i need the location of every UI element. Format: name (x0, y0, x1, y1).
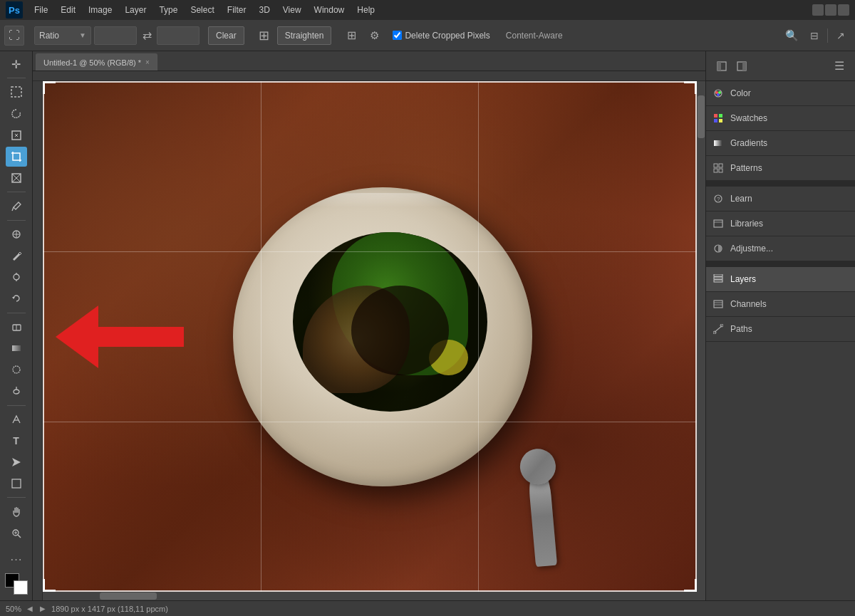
heal-tool[interactable] (6, 224, 27, 244)
channels-section-header[interactable]: Channels (706, 292, 855, 316)
more-tools-btn[interactable]: … (6, 546, 27, 566)
menu-select[interactable]: Select (185, 4, 219, 16)
history-brush-tool[interactable] (6, 288, 27, 308)
svg-line-5 (12, 207, 14, 211)
ruler-icon[interactable]: ⊞ (254, 26, 274, 46)
straighten-button[interactable]: Straighten (277, 26, 332, 45)
libraries-section-header[interactable]: Libraries (706, 212, 855, 236)
panel-menu-icon[interactable]: ☰ (829, 56, 849, 76)
color-swatches[interactable] (5, 573, 28, 595)
shape-tool[interactable] (6, 474, 27, 494)
horizontal-scrollbar[interactable] (43, 592, 697, 600)
eraser-tool[interactable] (6, 317, 27, 337)
type-tool[interactable]: T (6, 431, 27, 451)
right-panel-icons: ☰ (706, 51, 855, 81)
dodge-tool[interactable] (6, 381, 27, 401)
svg-rect-37 (719, 119, 722, 122)
grid-icon[interactable]: ⊞ (341, 26, 361, 46)
swatches-section-header[interactable]: Swatches (706, 106, 855, 130)
ratio-dropdown[interactable]: Ratio ▼ (34, 26, 91, 45)
zoom-tool[interactable] (6, 523, 27, 543)
clone-tool[interactable] (6, 267, 27, 287)
lasso-tool[interactable] (6, 103, 27, 123)
svg-rect-41 (714, 169, 717, 172)
menu-edit[interactable]: Edit (55, 4, 81, 16)
svg-rect-45 (714, 220, 722, 227)
scroll-thumb[interactable] (698, 95, 705, 138)
ratio-width-input[interactable] (94, 26, 137, 45)
layers-section-header[interactable]: Layers (706, 267, 855, 291)
crop-tool-options-icon[interactable]: ⛶ (4, 26, 24, 46)
brush-tool[interactable] (6, 246, 27, 266)
panel-swatches: Swatches (706, 106, 855, 131)
frame-tool[interactable] (6, 168, 27, 188)
svg-point-33 (717, 93, 720, 96)
path-select-tool[interactable] (6, 452, 27, 472)
svg-point-9 (14, 274, 19, 280)
panel-collapse-icon[interactable] (712, 56, 732, 76)
eyedropper-tool[interactable] (6, 196, 27, 216)
panels-icon[interactable]: ⊟ (804, 26, 824, 46)
crop-handle-br[interactable] (684, 579, 697, 592)
ratio-height-input[interactable] (157, 26, 200, 45)
document-tab[interactable]: Untitled-1 @ 50% (RGB/8) * × (36, 53, 157, 71)
swap-ratio-button[interactable]: ⇄ (140, 28, 154, 43)
food-bowl (233, 187, 532, 486)
learn-section-header[interactable]: ? Learn (706, 187, 855, 211)
crop-handle-tl[interactable] (43, 81, 56, 94)
layers-label: Layers (730, 274, 756, 284)
content-aware-label: Content-Aware (502, 31, 567, 41)
adjustments-section-header[interactable]: Adjustme... (706, 236, 855, 261)
move-tool[interactable]: ✛ (6, 54, 27, 74)
menu-file[interactable]: File (28, 4, 53, 16)
patterns-section-header[interactable]: Patterns (706, 156, 855, 180)
gradients-section-header[interactable]: Gradients (706, 131, 855, 155)
svg-rect-0 (11, 87, 21, 97)
menu-filter[interactable]: Filter (222, 4, 252, 16)
tab-close-button[interactable]: × (145, 58, 150, 66)
patterns-icon (712, 162, 725, 174)
svg-text:?: ? (717, 196, 720, 202)
menu-view[interactable]: View (277, 4, 307, 16)
hand-tool[interactable] (6, 501, 27, 521)
menu-type[interactable]: Type (153, 4, 183, 16)
paths-icon (712, 323, 725, 335)
window-maximize[interactable] (825, 4, 836, 16)
layers-icon (712, 273, 725, 286)
search-icon[interactable]: 🔍 (782, 26, 802, 46)
menu-window[interactable]: Window (309, 4, 351, 16)
object-select-tool[interactable] (6, 125, 27, 145)
status-nav-prev[interactable]: ◀ (26, 605, 34, 612)
clear-button[interactable]: Clear (208, 26, 244, 45)
menu-help[interactable]: Help (351, 4, 380, 16)
color-section-header[interactable]: Color (706, 81, 855, 105)
vertical-scrollbar[interactable] (697, 81, 705, 600)
food-content (293, 232, 487, 412)
crop-handle-bl[interactable] (43, 579, 56, 592)
svg-rect-36 (714, 119, 717, 122)
crop-tool[interactable] (6, 147, 27, 167)
delete-cropped-checkbox[interactable] (393, 31, 402, 40)
window-close[interactable] (838, 4, 849, 16)
status-nav-next[interactable]: ▶ (38, 605, 47, 612)
paths-section-header[interactable]: Paths (706, 317, 855, 341)
gradient-tool[interactable] (6, 338, 27, 358)
blur-tool[interactable] (6, 360, 27, 380)
left-toolbar: ✛ (0, 51, 33, 600)
panel-expand-icon[interactable] (732, 56, 752, 76)
crop-handle-tr[interactable] (684, 81, 697, 94)
gear-icon[interactable]: ⚙ (364, 26, 384, 46)
learn-icon: ? (712, 192, 725, 205)
menu-layer[interactable]: Layer (119, 4, 152, 16)
share-icon[interactable]: ↗ (831, 26, 851, 46)
delete-cropped-checkbox-label[interactable]: Delete Cropped Pixels (393, 31, 489, 41)
window-minimize[interactable] (812, 4, 824, 16)
menu-3d[interactable]: 3D (253, 4, 275, 16)
h-scroll-thumb[interactable] (100, 592, 157, 600)
rect-select-tool[interactable] (6, 82, 27, 102)
tool-separator-2 (7, 192, 26, 192)
menu-bar: Ps File Edit Image Layer Type Select Fil… (0, 0, 855, 20)
menu-image[interactable]: Image (83, 4, 118, 16)
tool-separator-4 (7, 313, 26, 313)
pen-tool[interactable] (6, 409, 27, 429)
